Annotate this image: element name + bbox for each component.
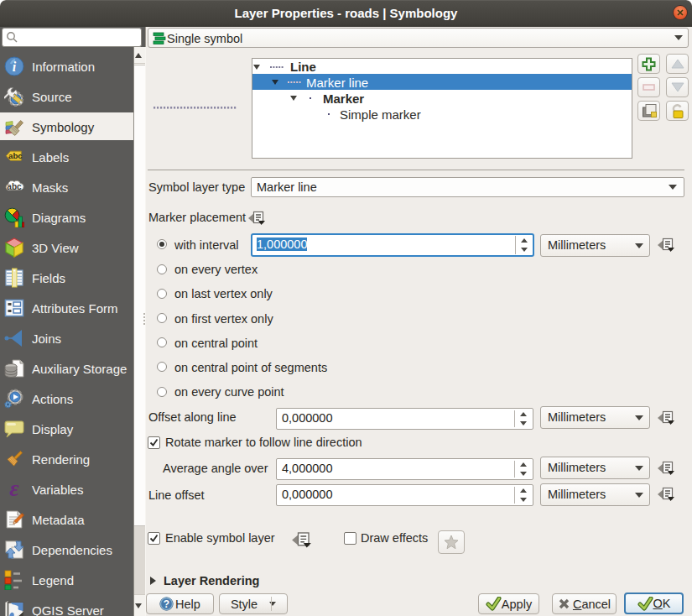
svg-text:?: ? [164,598,169,610]
svg-text:abc: abc [8,151,23,160]
svg-text:i: i [13,60,17,74]
svg-text:ε: ε [9,479,19,499]
svg-text:abc: abc [7,181,22,191]
